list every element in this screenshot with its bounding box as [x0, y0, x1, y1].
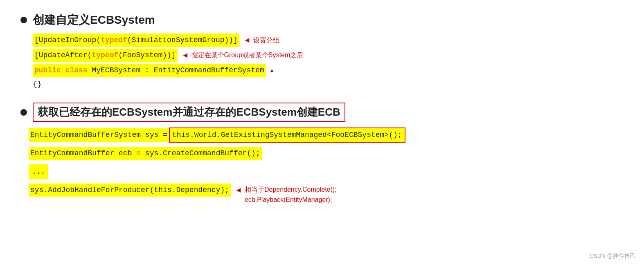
keyword-typeof-2: typeof [92, 51, 118, 59]
annotation-text-4b: ecb.Playback(EntityManager); [245, 195, 337, 205]
code-line-1: [UpdateInGroup(typeof(SimulationSystemGr… [33, 34, 624, 47]
arrow-1: ◄ [243, 34, 251, 46]
s2-code-2-content: EntityCommandBuffer ecb = sys.CreateComm… [29, 147, 262, 160]
code-line-3-content: public class MyECBSystem : EntityCommand… [33, 64, 266, 77]
arrow-2: ◄ [182, 49, 189, 61]
s2-code-3-content: ... [29, 164, 48, 179]
bullet-dot-1 [20, 17, 27, 23]
code-line-2-content: [UpdateAfter(typeof(FooSystem))] [33, 49, 178, 62]
multi-annotation-4: 相当于Dependency.Complete(); ecb.Playback(E… [245, 184, 337, 205]
section2: 获取已经存在的ECBSystem并通过存在的ECBSystem创建ECB Ent… [20, 103, 624, 205]
code-line-3: public class MyECBSystem : EntityCommand… [33, 64, 624, 77]
watermark-text: CSDN @挂住自己 [589, 253, 636, 259]
code-line-4: {} [33, 78, 624, 90]
annotation-arrow-1: ◄ 设置分组 [243, 34, 279, 46]
keyword-public-class: public class [34, 66, 88, 74]
triangle-1: ▲ [269, 66, 275, 75]
annotation-arrow-2: ◄ 指定在某个Group或者某个System之后 [182, 49, 304, 61]
watermark: CSDN @挂住自己 [589, 253, 636, 260]
bullet-dot-2 [20, 109, 27, 116]
section2-title-container: 获取已经存在的ECBSystem并通过存在的ECBSystem创建ECB [20, 103, 624, 122]
s2-code-line-1: EntityCommandBufferSystem sys = this.Wor… [29, 128, 624, 143]
s2-code-4-content: sys.AddJobHandleForProducer(this.Depende… [29, 183, 231, 197]
annotation-text-4a: 相当于Dependency.Complete(); [245, 184, 337, 195]
code-line-1-content: [UpdateInGroup(typeof(SimulationSystemGr… [33, 34, 239, 47]
s2-code-line-4: sys.AddJobHandleForProducer(this.Depende… [29, 183, 624, 205]
s2-code-line-3: ... [29, 164, 624, 179]
keyword-typeof-1: typeof [101, 36, 127, 44]
arrow-4: ◄ [235, 184, 242, 196]
s2-code-1-bordered: this.World.GetExistingSystemManaged<FooE… [169, 128, 405, 143]
annotation-text-1: 设置分组 [253, 35, 279, 46]
section1: 创建自定义ECBSystem [UpdateInGroup(typeof(Sim… [20, 12, 624, 90]
section2-title-box: 获取已经存在的ECBSystem并通过存在的ECBSystem创建ECB [33, 103, 345, 122]
annotation-arrow-4: ◄ 相当于Dependency.Complete(); ecb.Playback… [235, 184, 337, 205]
code-line-4-content: {} [33, 78, 42, 90]
s2-code-1-prefix: EntityCommandBufferSystem sys = [29, 128, 169, 142]
section1-title: 创建自定义ECBSystem [20, 12, 624, 28]
annotation-text-2: 指定在某个Group或者某个System之后 [191, 50, 304, 60]
section2-title-text: 获取已经存在的ECBSystem并通过存在的ECBSystem创建ECB [38, 106, 340, 118]
section1-title-text: 创建自定义ECBSystem [33, 12, 155, 28]
s2-code-line-2: EntityCommandBuffer ecb = sys.CreateComm… [29, 147, 624, 160]
code-line-2: [UpdateAfter(typeof(FooSystem))] ◄ 指定在某个… [33, 49, 624, 62]
